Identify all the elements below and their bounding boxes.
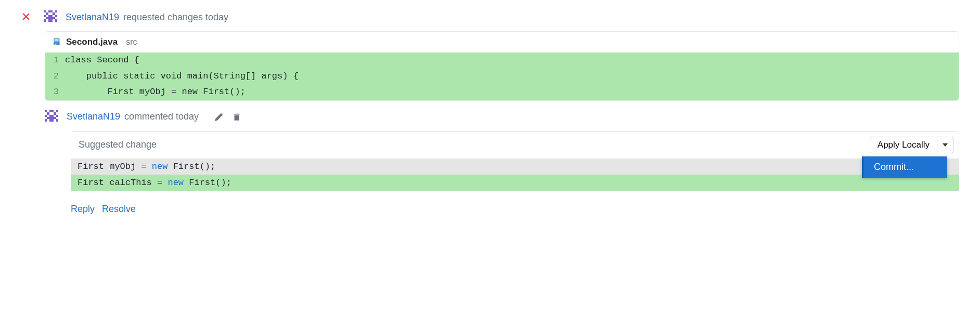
file-diff-card: J Second.java src 1 class Second { 2 pub… [45, 31, 959, 101]
code-content: class Second { [65, 52, 139, 69]
svg-rect-27 [47, 117, 56, 119]
java-file-icon: J [53, 37, 62, 47]
code-content: First myObj = new First(); [65, 84, 246, 100]
svg-rect-29 [49, 119, 54, 121]
svg-rect-6 [44, 15, 46, 17]
svg-rect-8 [55, 15, 57, 17]
svg-rect-26 [56, 114, 58, 116]
comment-action-text: commented today [124, 111, 199, 122]
svg-rect-19 [45, 110, 47, 112]
changes-requested-icon: ✕ [21, 11, 31, 23]
avatar [45, 110, 58, 124]
file-path: src [126, 37, 137, 47]
resolve-link[interactable]: Resolve [102, 204, 136, 215]
svg-text:J: J [55, 42, 57, 45]
chevron-down-icon [943, 143, 948, 147]
svg-rect-23 [54, 112, 56, 114]
svg-rect-9 [46, 17, 55, 19]
diff-removed-line: First myObj = new First(); [71, 158, 959, 175]
svg-rect-20 [49, 110, 54, 112]
review-action-text: requested changes today [123, 12, 228, 22]
svg-rect-28 [45, 119, 47, 121]
svg-rect-24 [45, 114, 47, 116]
svg-rect-22 [47, 112, 49, 114]
svg-rect-4 [46, 12, 48, 15]
apply-dropdown-toggle[interactable] [937, 137, 953, 153]
apply-locally-button[interactable]: Apply Locally [870, 137, 937, 153]
apply-button-group: Apply Locally [870, 137, 953, 153]
svg-rect-30 [56, 119, 58, 121]
svg-rect-11 [48, 19, 53, 21]
svg-rect-3 [55, 10, 57, 12]
svg-rect-16 [55, 41, 59, 41]
avatar [44, 10, 57, 24]
line-number: 3 [45, 84, 65, 100]
code-content: public static void main(String[] args) { [65, 69, 299, 85]
line-number: 2 [45, 69, 65, 85]
delete-icon[interactable] [232, 112, 241, 122]
suggestion-label: Suggested change [79, 139, 157, 150]
commenter-username[interactable]: SvetlanaN19 [67, 111, 120, 122]
reviewer-username[interactable]: SvetlanaN19 [66, 12, 119, 22]
svg-rect-7 [48, 15, 53, 17]
line-number: 1 [45, 52, 65, 69]
svg-rect-15 [55, 39, 59, 39]
diff-added-line: First calcThis = new First(); [71, 175, 959, 191]
svg-rect-12 [55, 19, 57, 21]
suggestion-card: Suggested change Apply Locally First myO… [71, 131, 959, 191]
file-name[interactable]: Second.java [66, 37, 118, 47]
edit-icon[interactable] [214, 112, 224, 122]
svg-rect-25 [49, 114, 54, 116]
svg-rect-1 [44, 10, 46, 12]
svg-rect-21 [56, 110, 58, 112]
svg-rect-2 [48, 10, 53, 12]
reply-link[interactable]: Reply [71, 204, 95, 215]
svg-rect-5 [53, 12, 55, 15]
svg-rect-10 [44, 19, 46, 21]
code-diff-block: 1 class Second { 2 public static void ma… [45, 52, 959, 100]
commit-menu-item[interactable]: Commit... [862, 156, 947, 178]
